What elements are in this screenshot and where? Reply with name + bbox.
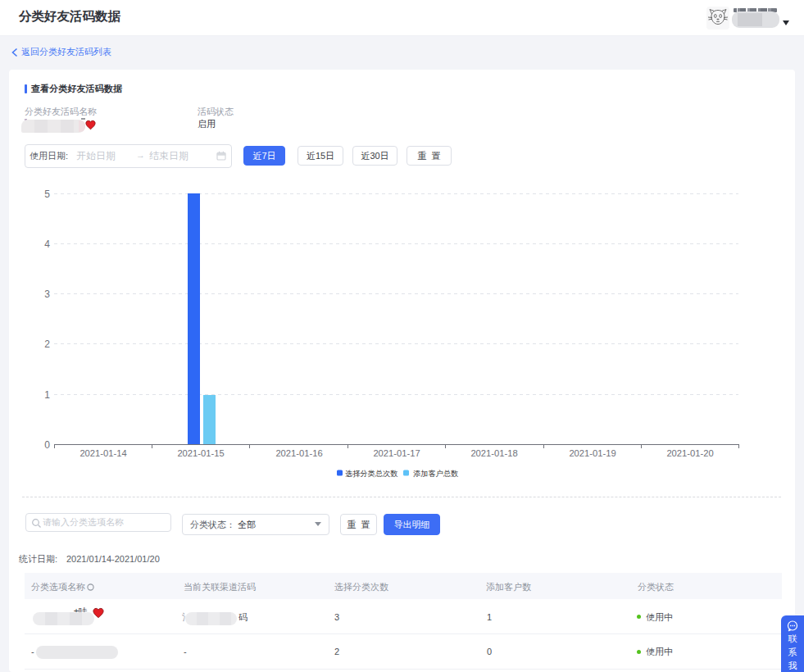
svg-text:5: 5 [44, 188, 50, 200]
svg-text:2: 2 [44, 338, 50, 350]
svg-text:1: 1 [44, 389, 50, 401]
svg-text:2021-01-19: 2021-01-19 [569, 448, 615, 458]
svg-text:2021-01-17: 2021-01-17 [373, 448, 420, 458]
svg-text:3: 3 [44, 288, 50, 300]
svg-text:添加客户总数: 添加客户总数 [413, 470, 458, 478]
svg-text:2021-01-18: 2021-01-18 [470, 448, 517, 458]
svg-text:2021-01-16: 2021-01-16 [275, 448, 322, 458]
svg-text:2021-01-15: 2021-01-15 [177, 448, 224, 458]
svg-text:选择分类总次数: 选择分类总次数 [345, 470, 397, 478]
svg-text:0: 0 [44, 439, 50, 451]
svg-text:4: 4 [44, 238, 50, 250]
svg-text:2021-01-20: 2021-01-20 [666, 448, 713, 458]
svg-text:2021-01-14: 2021-01-14 [79, 448, 126, 458]
